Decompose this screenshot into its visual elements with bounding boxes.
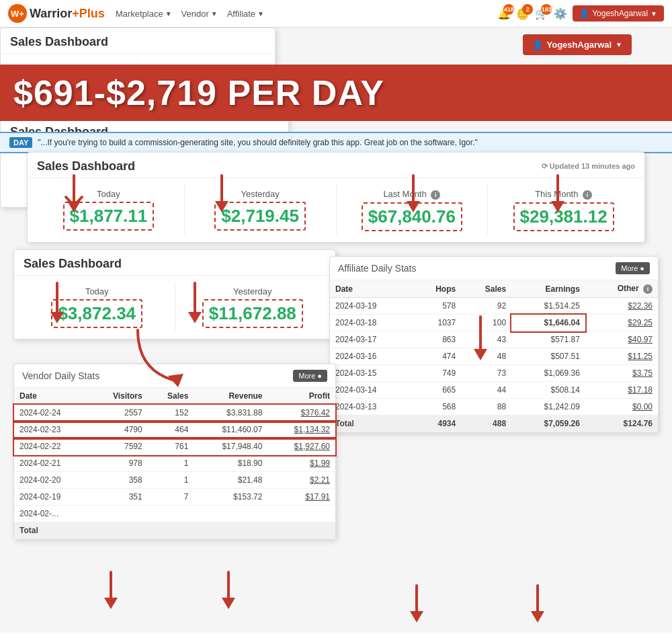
top-navigation: W+ Warrior+Plus Marketplace ▼ Vendor ▼ A… bbox=[0, 0, 672, 28]
arrow-bot-left-today bbox=[97, 572, 124, 615]
circle-icon: ● bbox=[640, 264, 644, 272]
col-visitors: Visitors bbox=[89, 388, 148, 405]
cell-sales: 73 bbox=[461, 365, 511, 382]
user-overlay-button[interactable]: 👤 YogeshAgarwal ▼ bbox=[523, 34, 632, 55]
table-row: 2024-02-21 978 1 $18.90 $1.99 bbox=[14, 455, 335, 472]
cell-profit bbox=[267, 506, 335, 522]
chevron-down-icon: ▼ bbox=[211, 10, 218, 17]
affiliate-stats-table: Date Hops Sales Earnings Other i 2024-03… bbox=[330, 280, 658, 432]
testimonial-text: "...If you're trying to build a commissi… bbox=[38, 138, 478, 147]
coins-badge: 2 bbox=[522, 4, 533, 15]
vendor-stats-header: Vendor Daily Stats More ● bbox=[14, 364, 335, 388]
coins-button[interactable]: 🪙 2 bbox=[516, 7, 530, 20]
info-icon: i bbox=[431, 190, 440, 200]
cell-revenue: $11,460.07 bbox=[194, 422, 267, 438]
col-other: Other i bbox=[585, 280, 658, 298]
mid-today-stat: Today $3,872.34 bbox=[19, 282, 175, 332]
nav-affiliate[interactable]: Affiliate ▼ bbox=[227, 9, 264, 19]
svg-marker-10 bbox=[410, 611, 423, 623]
cell-revenue: $17,948.40 bbox=[194, 438, 267, 455]
last-month-value: $67,840.76 bbox=[362, 202, 462, 231]
table-row: 2024-03-17 863 43 $571.87 $40.97 bbox=[330, 331, 658, 348]
cell-date: 2024-02-... bbox=[14, 506, 89, 522]
total-earnings: $7,059.26 bbox=[511, 415, 585, 432]
table-row: 2024-02-20 358 1 $21.48 $2.21 bbox=[14, 472, 335, 489]
top-dashboard-header: Sales Dashboard ⟳ Updated 13 minutes ago bbox=[28, 153, 644, 178]
svg-marker-11 bbox=[531, 611, 544, 623]
cell-visitors: 2557 bbox=[89, 405, 148, 422]
vendor-more-button[interactable]: More ● bbox=[293, 370, 327, 382]
cell-revenue: $3,831.88 bbox=[194, 405, 267, 422]
cell-other: $0.00 bbox=[585, 399, 658, 415]
user-account-button[interactable]: 👤 YogeshAgarwal ▼ bbox=[573, 5, 664, 22]
info-icon: i bbox=[643, 284, 653, 294]
mid-left-header: Sales Dashboard bbox=[14, 250, 335, 276]
cell-hops: 665 bbox=[412, 382, 461, 399]
user-icon: 👤 bbox=[579, 9, 589, 18]
table-row: 2024-03-14 665 44 $508.14 $17.18 bbox=[330, 382, 658, 399]
cell-other: $29.25 bbox=[585, 315, 658, 331]
cell-other: $40.97 bbox=[585, 331, 658, 348]
logo-text: Warrior+Plus bbox=[30, 7, 105, 21]
mid-today-value: $3,872.34 bbox=[51, 299, 142, 328]
nav-marketplace[interactable]: Marketplace ▼ bbox=[116, 9, 172, 19]
cell-visitors: 351 bbox=[89, 489, 148, 506]
cell-other: $11.25 bbox=[585, 348, 658, 365]
cell-date: 2024-02-19 bbox=[14, 489, 89, 506]
mid-left-stats-row: Today $3,872.34 Yesterday $11,672.88 bbox=[14, 276, 335, 339]
cart-button[interactable]: 🛒 183 bbox=[535, 7, 548, 20]
notification-bell-button[interactable]: 🔔 418 bbox=[497, 7, 511, 20]
cell-earnings: $508.14 bbox=[511, 382, 585, 399]
arrow-bot-right-yesterday bbox=[524, 586, 551, 629]
cell-date: 2024-03-14 bbox=[330, 382, 412, 399]
chevron-down-icon: ▼ bbox=[616, 41, 622, 48]
table-row: 2024-02-24 2557 152 $3,831.88 $376.42 bbox=[14, 405, 335, 422]
affiliate-more-button[interactable]: More ● bbox=[616, 262, 650, 274]
logo-icon: W+ bbox=[8, 4, 27, 23]
mid-yesterday-value: $11,672.88 bbox=[202, 299, 303, 328]
arrow-bot-right-today bbox=[403, 586, 430, 629]
cell-date: 2024-02-21 bbox=[14, 455, 89, 472]
cell-date: 2024-03-13 bbox=[330, 399, 412, 415]
settings-button[interactable]: ⚙️ bbox=[554, 7, 567, 20]
cell-hops: 863 bbox=[412, 331, 461, 348]
table-row: 2024-03-19 578 92 $1,514.25 $22.36 bbox=[330, 298, 658, 315]
cell-profit: $2.21 bbox=[267, 472, 335, 489]
table-row: 2024-02-23 4790 464 $11,460.07 $1,134.32 bbox=[14, 422, 335, 438]
info-icon: i bbox=[583, 190, 592, 200]
this-month-stat: This Month i $29,381.12 bbox=[488, 185, 639, 235]
nav-vendor[interactable]: Vendor ▼ bbox=[181, 9, 218, 19]
cell-sales: 152 bbox=[148, 405, 194, 422]
cell-earnings: $1,646.04 bbox=[511, 315, 585, 331]
logo[interactable]: W+ Warrior+Plus bbox=[8, 4, 105, 23]
cell-sales: 48 bbox=[461, 348, 511, 365]
col-date: Date bbox=[14, 388, 89, 405]
today-value: $1,877.11 bbox=[63, 202, 155, 231]
cell-sales: 1 bbox=[148, 455, 194, 472]
col-earnings: Earnings bbox=[511, 280, 585, 298]
cell-hops: 1037 bbox=[412, 315, 461, 331]
updated-timestamp: ⟳ Updated 13 minutes ago bbox=[542, 162, 635, 171]
bot-left-header: Sales Dashboard bbox=[1, 28, 275, 54]
last-month-stat: Last Month i $67,840.76 bbox=[337, 185, 489, 235]
cell-profit: $1.99 bbox=[267, 455, 335, 472]
cell-date: 2024-03-19 bbox=[330, 298, 412, 315]
vendor-stats-table: Date Visitors Sales Revenue Profit 2024-… bbox=[14, 388, 335, 539]
cell-profit: $1,134.32 bbox=[267, 422, 335, 438]
arrow-bot-left-yesterday bbox=[215, 572, 242, 615]
today-stat: Today $1,877.11 bbox=[33, 185, 185, 235]
col-date: Date bbox=[330, 280, 412, 298]
cell-visitors: 7592 bbox=[89, 438, 148, 455]
cell-visitors: 4790 bbox=[89, 422, 148, 438]
cell-hops: 749 bbox=[412, 365, 461, 382]
headline-banner: $691-$2,719 PER DAY bbox=[0, 65, 672, 121]
main-content-area: 👤 YogeshAgarwal ▼ $691-$2,719 PER DAY DA… bbox=[0, 28, 672, 633]
day-badge: DAY bbox=[9, 137, 32, 148]
table-row: 2024-03-15 749 73 $1,069.36 $3.75 bbox=[330, 365, 658, 382]
cell-earnings: $1,514.25 bbox=[511, 298, 585, 315]
yesterday-stat: Yesterday $2,719.45 bbox=[185, 185, 337, 235]
cell-sales: 44 bbox=[461, 382, 511, 399]
table-row: 2024-02-22 7592 761 $17,948.40 $1,927.60 bbox=[14, 438, 335, 455]
cell-sales: 464 bbox=[148, 422, 194, 438]
cell-sales: 100 bbox=[461, 315, 511, 331]
